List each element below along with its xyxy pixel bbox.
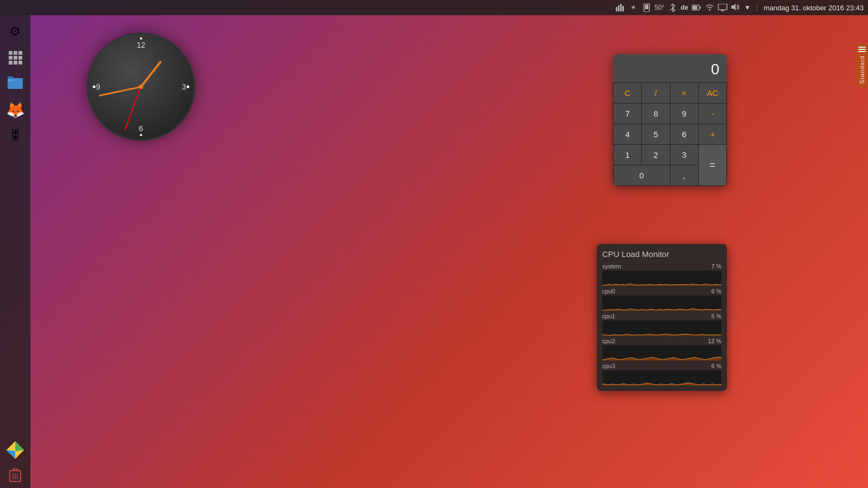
cpu-graph-system — [602, 271, 722, 286]
language-indicator[interactable]: de — [681, 4, 688, 11]
volume-icon[interactable] — [731, 3, 739, 12]
calc-btn-0[interactable]: 0 — [614, 165, 670, 185]
grid-icon — [9, 51, 22, 65]
clock-widget: 12 3 6 9 — [87, 33, 195, 141]
cpu-graph-cpu2 — [602, 345, 722, 361]
clock-number-3: 3 — [182, 82, 186, 91]
taskbar: ☀ 50° de ▼ mandag 31. oktober 2016 23:43 — [0, 0, 868, 15]
svg-rect-7 — [699, 7, 701, 9]
cpu-monitor-title: CPU Load Monitor — [602, 249, 722, 259]
calc-btn-multiply[interactable]: × — [671, 83, 698, 103]
cpu-label-cpu0: cpu0 — [602, 288, 615, 294]
files-icon — [7, 74, 24, 94]
cpu-row-system: system 7 % — [602, 263, 722, 286]
calc-btn-c[interactable]: C — [614, 83, 641, 103]
clock-number-12: 12 — [137, 41, 145, 49]
cpu-graph-cpu3 — [602, 370, 722, 386]
sidebar-item-tweaks[interactable]: 🎛 — [3, 124, 27, 147]
calc-btn-5[interactable]: 5 — [642, 124, 669, 144]
calculator-display: 0 — [613, 54, 727, 82]
sidebar-item-files[interactable] — [3, 72, 27, 95]
sidebar-item-kite[interactable] — [3, 438, 27, 462]
svg-rect-0 — [616, 7, 617, 11]
cpu-row-cpu1: cpu1 5 % — [602, 313, 722, 336]
cpu-monitor-widget: CPU Load Monitor system 7 % cpu0 6 % cpu… — [597, 244, 727, 391]
cpu-graph-cpu1 — [602, 320, 722, 336]
cpu-row-cpu2: cpu2 12 % — [602, 338, 722, 361]
cpu-value-system: 7 % — [711, 263, 722, 269]
cpu-row-cpu3: cpu3 6 % — [602, 363, 722, 386]
svg-rect-3 — [622, 6, 624, 11]
sidebar-item-firefox[interactable]: 🦊 — [3, 98, 27, 121]
calc-btn-3[interactable]: 3 — [671, 145, 698, 165]
monitor-icon[interactable] — [718, 3, 727, 12]
temperature-display: 50° — [655, 4, 665, 11]
clock-face: 12 3 6 9 — [87, 33, 195, 141]
minute-hand — [98, 86, 141, 97]
cpu-row-cpu0: cpu0 6 % — [602, 288, 722, 311]
cpu-value-cpu1: 5 % — [711, 313, 722, 319]
clock-center — [139, 85, 143, 89]
cpu-label-cpu1: cpu1 — [602, 313, 615, 319]
calc-btn-4[interactable]: 4 — [614, 124, 641, 144]
right-panel[interactable]: Standard — [856, 43, 868, 87]
sidebar-item-dash[interactable] — [3, 46, 27, 69]
calc-btn-6[interactable]: 6 — [671, 124, 698, 144]
firefox-icon: 🦊 — [6, 101, 25, 119]
svg-rect-8 — [692, 6, 697, 9]
sidebar: ⚙ 🦊 🎛 — [0, 15, 30, 488]
weather-icon[interactable]: ☀ — [629, 3, 639, 12]
svg-rect-9 — [718, 4, 727, 10]
datetime-display: mandag 31. oktober 2016 23:43 — [764, 4, 864, 12]
calc-btn-equals[interactable]: = — [699, 145, 726, 185]
clock-dot-6 — [140, 134, 142, 136]
calc-btn-minus[interactable]: - — [699, 104, 726, 124]
clock-dot-9 — [93, 86, 95, 88]
svg-rect-5 — [645, 4, 648, 9]
cpu-label-cpu3: cpu3 — [602, 363, 615, 369]
calc-btn-1[interactable]: 1 — [614, 145, 641, 165]
svg-rect-1 — [618, 5, 620, 11]
calc-btn-8[interactable]: 8 — [642, 104, 669, 124]
svg-marker-17 — [15, 441, 24, 451]
calc-btn-2[interactable]: 2 — [642, 145, 669, 165]
cpu-value-cpu2: 12 % — [708, 338, 722, 344]
hour-hand — [140, 60, 162, 87]
dropdown-icon[interactable]: ▼ — [743, 3, 752, 12]
cpu-label-cpu2: cpu2 — [602, 338, 615, 344]
cpu-value-cpu0: 6 % — [711, 288, 722, 294]
calc-btn-ac[interactable]: AC — [699, 83, 726, 103]
cpu-graph-cpu0 — [602, 296, 722, 311]
clock-number-9: 9 — [96, 82, 100, 91]
clock-dot-3 — [187, 86, 189, 88]
clock-dot-12 — [140, 37, 142, 40]
calc-btn-decimal[interactable]: , — [671, 165, 698, 185]
kite-icon — [5, 440, 25, 460]
svg-marker-12 — [731, 4, 736, 10]
right-panel-lines — [858, 47, 866, 52]
right-panel-label: Standard — [859, 55, 865, 84]
wifi-icon[interactable] — [705, 3, 714, 12]
calc-btn-plus[interactable]: + — [699, 124, 726, 144]
cpu-label-system: system — [602, 263, 621, 269]
display-value: 0 — [711, 61, 719, 78]
sidebar-item-settings[interactable]: ⚙ — [3, 20, 27, 43]
clock-number-6: 6 — [139, 124, 143, 133]
tweaks-icon: 🎛 — [9, 129, 21, 143]
bluetooth-icon[interactable] — [668, 3, 678, 12]
sidebar-item-trash[interactable] — [3, 464, 27, 488]
battery-icon[interactable] — [692, 3, 701, 12]
svg-rect-2 — [620, 4, 622, 11]
calculator-buttons: C / × AC 7 8 9 - 4 5 6 + 1 2 3 = 0 , — [613, 82, 727, 186]
phone-icon[interactable] — [642, 3, 652, 12]
calculator-widget: 0 C / × AC 7 8 9 - 4 5 6 + 1 2 3 = 0 , — [613, 54, 727, 186]
svg-rect-15 — [8, 76, 13, 79]
calc-btn-9[interactable]: 9 — [671, 104, 698, 124]
network-graph-icon[interactable] — [616, 3, 626, 12]
calc-btn-7[interactable]: 7 — [614, 104, 641, 124]
trash-icon — [8, 466, 23, 486]
separator — [757, 3, 757, 12]
cpu-value-cpu3: 6 % — [711, 363, 722, 369]
calc-btn-divide[interactable]: / — [642, 83, 669, 103]
settings-icon: ⚙ — [9, 24, 21, 39]
